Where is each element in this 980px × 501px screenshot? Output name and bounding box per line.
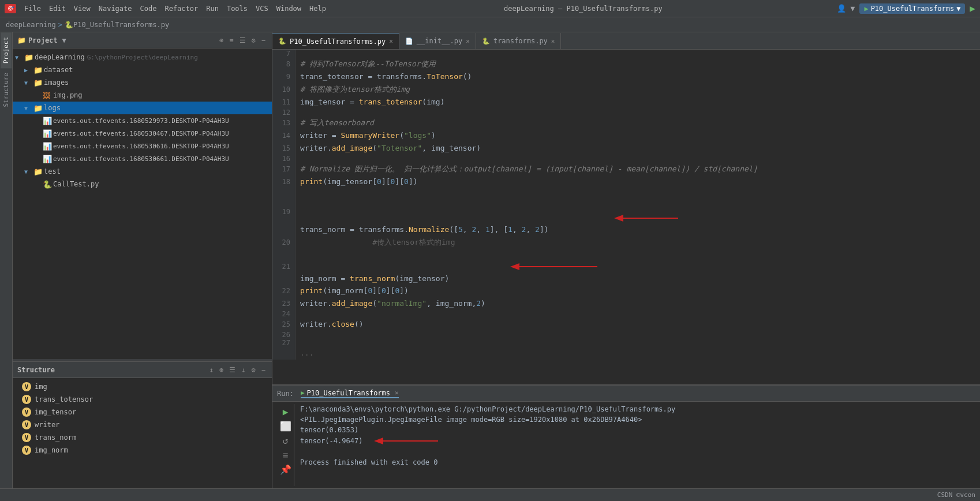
pin-btn[interactable]: 📌 xyxy=(280,464,291,475)
tf2-label: events.out.tfevents.1680530467.DESKTOP-P… xyxy=(53,130,229,137)
struct-label-img: img xyxy=(35,383,47,391)
tab-transforms[interactable]: 🐍 transforms.py ✕ xyxy=(476,33,562,49)
code-line-10: 10 # 将图像变为tensor格式的img xyxy=(272,83,980,96)
vtab-structure[interactable]: Structure xyxy=(1,68,12,112)
tree-item-tf1[interactable]: 📊 events.out.tfevents.1680529973.DESKTOP… xyxy=(13,114,272,127)
vtab-project[interactable]: Project xyxy=(1,32,12,68)
tree-item-img-png[interactable]: 🖼 img.png xyxy=(13,89,272,102)
structure-header: Structure ↕ ⊛ ☰ ↓ ⚙ − xyxy=(13,362,272,378)
struct-sort-icon[interactable]: ↕ xyxy=(208,365,215,375)
tab-init[interactable]: 📄 __init__.py ✕ xyxy=(399,33,476,49)
run-arrow xyxy=(372,435,441,447)
bottom-panel: Run: ▶ P10_UsefulTransforms ✕ ▶ ⬜ ↺ ≡ 📌 xyxy=(272,384,980,488)
struct-item-imgnorm[interactable]: V img_norm xyxy=(13,444,272,457)
tab-transforms-icon: 🐍 xyxy=(482,38,490,45)
struct-badge-imgnorm: V xyxy=(22,446,31,455)
struct-item-imgtensor[interactable]: V img_tensor xyxy=(13,406,272,418)
vertical-tabs: Project Structure xyxy=(0,32,13,488)
tree-item-dataset[interactable]: ▶ 📁 dataset xyxy=(13,63,272,76)
tree-item-calltest[interactable]: 🐍 CallTest.py xyxy=(13,178,272,190)
run-tab-close[interactable]: ✕ xyxy=(395,389,399,397)
tree-root[interactable]: ▼ 📁 deepLearning G:\pythonProject\deepLe… xyxy=(13,51,272,63)
panel-icon-collapse[interactable]: ≡ xyxy=(227,36,235,45)
tree-item-images[interactable]: ▼ 📁 images xyxy=(13,76,272,89)
struct-badge-writer: V xyxy=(22,420,31,429)
panel-dropdown[interactable]: ▼ xyxy=(62,36,66,44)
panel-icon-settings[interactable]: ⚙ xyxy=(250,36,257,45)
dataset-folder-icon: 📁 xyxy=(33,66,44,74)
run-text-6: Process finished with exit code 0 xyxy=(300,457,437,468)
struct-badge-transnorm: V xyxy=(22,433,31,442)
struct-item-transtotensor[interactable]: V trans_totensor xyxy=(13,393,272,406)
menu-file[interactable]: File xyxy=(21,3,44,14)
struct-item-img[interactable]: V img xyxy=(13,380,272,393)
test-label: test xyxy=(44,167,61,175)
rerun-btn[interactable]: ↺ xyxy=(283,435,289,446)
menu-tools[interactable]: Tools xyxy=(223,3,251,14)
code-line-27: 27 xyxy=(272,339,980,347)
run-config[interactable]: ▶ P10_UsefulTransforms ▼ xyxy=(859,3,965,14)
structure-icons: ↕ ⊛ ☰ ↓ ⚙ − xyxy=(208,365,267,375)
struct-filter1-icon[interactable]: ⊛ xyxy=(218,365,225,375)
menu-edit[interactable]: Edit xyxy=(46,3,69,14)
struct-item-writer[interactable]: V writer xyxy=(13,418,272,431)
code-line-18: 18 print(img_tensor[0][0][0]) xyxy=(272,175,980,188)
menu-window[interactable]: Window xyxy=(273,3,305,14)
menu-refactor[interactable]: Refactor xyxy=(161,3,201,14)
menu-vcs[interactable]: VCS xyxy=(252,3,272,14)
panel-icon-lines[interactable]: ☰ xyxy=(238,36,248,45)
main-area: Project Structure 📁 Project ▼ ⊕ ≡ ☰ ⚙ − … xyxy=(0,32,980,488)
code-line-11: 11 img_tensor = trans_totensor(img) xyxy=(272,96,980,109)
tree-item-tf2[interactable]: 📊 events.out.tfevents.1680530467.DESKTOP… xyxy=(13,127,272,140)
project-tree: ▼ 📁 deepLearning G:\pythonProject\deepLe… xyxy=(13,48,272,359)
panel-icon-minimize[interactable]: − xyxy=(260,36,267,45)
bottom-tab-run[interactable]: ▶ P10_UsefulTransforms ✕ xyxy=(301,389,399,398)
code-line-9: 9 trans_totensor = transforms.ToTensor() xyxy=(272,70,980,83)
tf1-label: events.out.tfevents.1680529973.DESKTOP-P… xyxy=(53,117,229,125)
tree-item-test[interactable]: ▼ 📁 test xyxy=(13,165,272,178)
struct-minimize-icon[interactable]: − xyxy=(260,365,267,375)
code-line-8: 8 # 得到ToTensor对象--ToTensor使用 xyxy=(272,58,980,70)
menu-navigate[interactable]: Navigate xyxy=(95,3,136,14)
images-label: images xyxy=(44,78,69,87)
struct-filter2-icon[interactable]: ☰ xyxy=(227,365,237,375)
arrow-line-21 xyxy=(508,261,600,272)
code-line-24: 24 xyxy=(272,310,980,318)
tf1-icon: 📊 xyxy=(43,117,53,125)
struct-filter3-icon[interactable]: ↓ xyxy=(240,365,247,375)
run-text-1: F:\anaconda3\envs\pytorch\python.exe G:/… xyxy=(300,404,675,414)
breadcrumb-file[interactable]: P10_UsefulTransforms.py xyxy=(73,21,169,29)
tab-transforms-close[interactable]: ✕ xyxy=(551,38,555,45)
user-icon[interactable]: 👤 ▼ xyxy=(837,4,855,13)
code-editor[interactable]: 7 8 # 得到ToTensor对象--ToTensor使用 9 trans_t… xyxy=(272,50,980,384)
menu-help[interactable]: Help xyxy=(306,3,330,14)
root-path: G:\pythonProject\deepLearning xyxy=(87,54,198,61)
struct-settings-icon[interactable]: ⚙ xyxy=(250,365,257,375)
tree-item-tf4[interactable]: 📊 events.out.tfevents.1680530661.DESKTOP… xyxy=(13,152,272,165)
breadcrumb-project[interactable]: deepLearning xyxy=(6,21,56,29)
status-bar: CSDN ©vcon xyxy=(0,488,980,501)
tab-p10[interactable]: 🐍 P10_UsefulTransforms.py ✕ xyxy=(272,33,399,49)
menu-view[interactable]: View xyxy=(70,3,94,14)
run-output: F:\anaconda3\envs\pytorch\python.exe G:/… xyxy=(294,404,975,486)
menu-run[interactable]: Run xyxy=(203,3,222,14)
arrow-line-19 xyxy=(612,212,681,224)
tab-init-close[interactable]: ✕ xyxy=(466,38,470,45)
images-arrow: ▼ xyxy=(24,80,33,86)
tree-item-logs[interactable]: ▼ 📁 logs xyxy=(13,102,272,114)
run-button[interactable]: ▶ xyxy=(970,3,975,14)
images-folder-icon: 📁 xyxy=(33,78,44,87)
struct-badge-imgtensor: V xyxy=(22,407,31,417)
struct-item-transnorm[interactable]: V trans_norm xyxy=(13,431,272,444)
menu-code[interactable]: Code xyxy=(137,3,160,14)
title-bar: 🎯 File Edit View Navigate Code Refactor … xyxy=(0,0,980,17)
stop-btn[interactable]: ⬜ xyxy=(280,421,291,432)
tab-p10-close[interactable]: ✕ xyxy=(389,38,393,45)
panel-icon-expand[interactable]: ⊕ xyxy=(218,36,225,45)
structure-title: Structure xyxy=(17,366,55,374)
run-btn[interactable]: ▶ xyxy=(283,406,289,417)
right-area: 🐍 P10_UsefulTransforms.py ✕ 📄 __init__.p… xyxy=(272,32,980,488)
tree-item-tf3[interactable]: 📊 events.out.tfevents.1680530616.DESKTOP… xyxy=(13,140,272,152)
tf2-icon: 📊 xyxy=(43,129,53,138)
scroll-btn[interactable]: ≡ xyxy=(283,450,289,461)
